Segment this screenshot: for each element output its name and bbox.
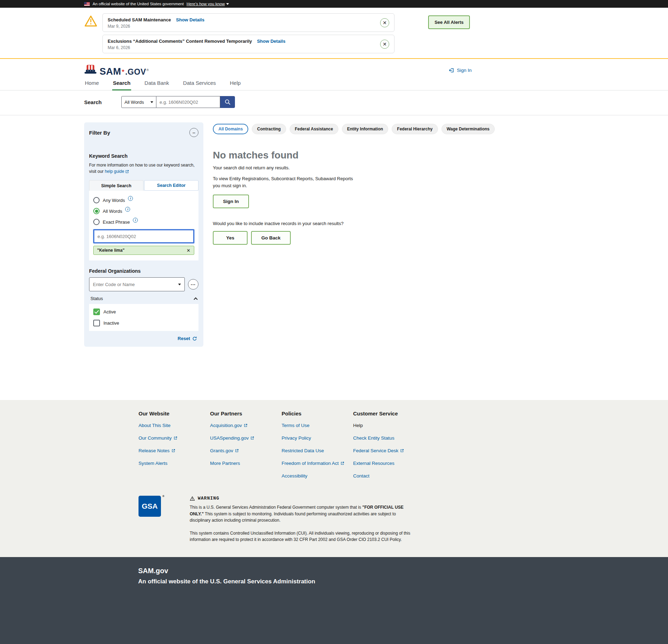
show-details-link[interactable]: Show Details [176,17,204,22]
nav-item-home[interactable]: Home [84,78,100,90]
keyword-card: Any Words i All Words i Exact Phrase i "… [89,191,198,260]
collapse-filters-button[interactable]: − [189,128,198,137]
dismiss-alert-button[interactable]: ✕ [380,18,389,27]
search-mode-select[interactable]: All Words [121,96,156,108]
brand-gov-text: .GOV [125,68,146,76]
nav-item-search[interactable]: Search [112,78,131,90]
dismiss-alert-button[interactable]: ✕ [380,40,389,49]
brand-sam-text: SAM [100,67,121,76]
pill-federal-assistance[interactable]: Federal Assistance [290,124,338,134]
pill-wage-determinations[interactable]: Wage Determinations [441,124,495,134]
footer-link-label: Check Entity Status [353,435,394,441]
radio-exact-phrase[interactable] [93,219,100,225]
footer-link-foia[interactable]: Freedom of Information Act [282,461,353,466]
sam-gov-logo[interactable]: SAM ★ .GOV ® [84,65,149,76]
info-icon[interactable]: i [125,207,130,212]
tab-search-editor[interactable]: Search Editor [144,180,198,191]
minus-icon: − [193,130,196,135]
chevron-down-icon [226,3,229,5]
radio-all-words[interactable] [93,208,100,214]
go-back-button[interactable]: Go Back [251,231,291,245]
footer-link-label: Help [353,423,363,428]
footer-link-release-notes[interactable]: Release Notes [139,448,210,453]
footer-link-help[interactable]: Help [353,423,425,428]
external-link-icon [235,449,239,453]
federal-org-combobox[interactable] [89,277,185,291]
checkbox-inactive[interactable] [93,320,100,326]
footer-column-policies: Policies Terms of Use Privacy Policy Res… [282,411,353,486]
search-mode-value: All Words [124,100,144,105]
keyword-help-text: For more information on how to use our k… [89,162,198,175]
pill-entity-information[interactable]: Entity Information [342,124,389,134]
results-area: All Domains Contracting Federal Assistan… [213,122,455,245]
checkbox-active-label: Active [103,309,116,314]
nav-item-data-bank[interactable]: Data Bank [144,78,170,90]
gsa-logo-text: GSA [142,502,158,510]
yes-button[interactable]: Yes [213,231,248,245]
footer-link-check-entity-status[interactable]: Check Entity Status [353,435,425,441]
pill-contracting[interactable]: Contracting [252,124,286,134]
footer-link-terms-of-use[interactable]: Terms of Use [282,423,353,428]
chevron-down-icon [150,101,153,103]
warning-text: This is a U.S. General Services Administ… [190,505,362,510]
pill-federal-hierarchy[interactable]: Federal Hierarchy [392,124,438,134]
footer-link-contact[interactable]: Contact [353,473,425,479]
footer-link-label: More Partners [210,461,240,466]
alert-list: Scheduled SAM Maintenance Show Details M… [102,13,394,53]
footer-link-label: Terms of Use [282,423,310,428]
search-input[interactable] [156,96,220,108]
sign-in-button[interactable]: Sign In [213,195,249,208]
info-icon[interactable]: i [133,218,138,223]
nav-item-data-services[interactable]: Data Services [182,78,216,90]
external-link-icon [250,436,254,440]
show-details-link[interactable]: Show Details [257,39,285,44]
heres-how-you-know-link[interactable]: Here’s how you know [187,2,229,6]
footer-link-label: Our Community [139,435,172,441]
nav-item-help[interactable]: Help [229,78,241,90]
external-link-icon [171,449,175,453]
keyword-tabs: Simple Search Search Editor [89,180,198,191]
federal-org-input[interactable] [93,282,178,287]
footer-link-about-this-site[interactable]: About This Site [139,423,210,428]
help-guide-label: help guide [105,168,124,175]
help-guide-link[interactable]: help guide [105,168,129,175]
filter-by-title: Filter By [89,130,110,136]
reset-filters-button[interactable]: Reset [89,331,198,342]
footer-link-system-alerts[interactable]: System Alerts [139,461,210,466]
no-matches-title: No matches found [213,150,455,161]
sign-in-link[interactable]: Sign In [448,67,472,73]
footer-link-external-resources[interactable]: External Resources [353,461,425,466]
footer-link-federal-service-desk[interactable]: Federal Service Desk [353,448,425,453]
remove-chip-button[interactable]: ✕ [187,248,190,253]
see-all-alerts-button[interactable]: See All Alerts [428,15,470,29]
footer-link-label: Acquisition.gov [210,423,242,428]
footer-link-label: Privacy Policy [282,435,311,441]
tab-simple-search[interactable]: Simple Search [89,180,143,191]
footer-link-label: External Resources [353,461,394,466]
status-section-toggle[interactable]: Status [89,291,198,304]
search-submit-button[interactable] [220,96,235,108]
inactive-records-question: Would you like to include inactive recor… [213,221,455,226]
footer-link-usaspending-gov[interactable]: USASpending.gov [210,435,282,441]
footer-link-accessibility[interactable]: Accessibility [282,473,353,479]
alert-title: Exclusions “Additional Comments” Content… [108,39,252,44]
pill-all-domains[interactable]: All Domains [213,124,248,134]
radio-any-words[interactable] [93,197,100,203]
more-organizations-button[interactable]: ... [188,279,198,290]
alert-title: Scheduled SAM Maintenance [108,17,171,22]
checkbox-active[interactable] [93,309,100,315]
footer-link-our-community[interactable]: Our Community [139,435,210,441]
footer-link-grants-gov[interactable]: Grants.gov [210,448,282,453]
footer-link-more-partners[interactable]: More Partners [210,461,282,466]
checkbox-inactive-label: Inactive [103,320,119,326]
footer-link-privacy-policy[interactable]: Privacy Policy [282,435,353,441]
footer-column-title: Customer Service [353,411,425,416]
content-area: Filter By − Keyword Search For more info… [0,115,668,400]
footer-link-restricted-data-use[interactable]: Restricted Data Use [282,448,353,453]
footer-link-acquisition-gov[interactable]: Acquisition.gov [210,423,282,428]
keyword-input[interactable] [93,229,194,243]
footer-link-label: Contact [353,473,370,479]
warning-paragraph-1: This is a U.S. General Services Administ… [190,504,416,524]
info-icon[interactable]: i [128,196,133,201]
main-nav: Home Search Data Bank Data Services Help [0,78,668,90]
